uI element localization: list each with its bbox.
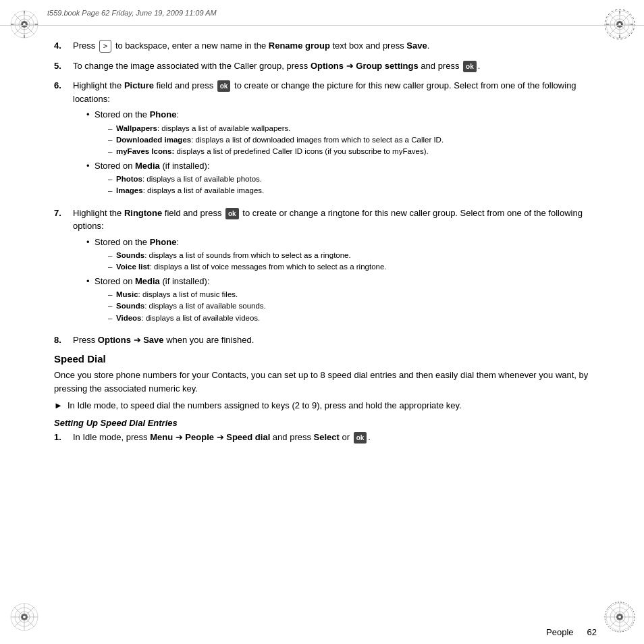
item-content-6: Highlight the Picture field and press ok… <box>73 79 590 199</box>
dash-list-media-6: Photos: displays a list of available pho… <box>108 173 590 197</box>
footer-label: People <box>546 627 573 637</box>
item-content-5: To change the image associated with the … <box>73 59 590 73</box>
ok-button-sub1: ok <box>354 432 367 444</box>
header-bar: t559.book Page 62 Friday, June 19, 2009 … <box>0 0 644 26</box>
ok-button-7: ok <box>225 208 239 219</box>
item-number-5: 5. <box>54 59 73 73</box>
crosshair-bl <box>19 612 30 625</box>
svg-point-49 <box>618 616 621 618</box>
note-text: In Idle mode, to speed dial the numbers … <box>68 399 462 412</box>
dash-list-phone-6: Wallpapers: displays a list of available… <box>108 123 590 158</box>
dash-list-media-7: Music: displays a list of music files. S… <box>108 289 590 324</box>
footer-page-info: People 62 <box>546 627 597 637</box>
list-item-8: 8. Press Options ➔ Save when you are fin… <box>54 333 590 347</box>
item-number-4: 4. <box>54 39 73 53</box>
dash-list-phone-7: Sounds: displays a list of sounds from w… <box>108 250 590 273</box>
bullet-item-media-6: Stored on Media (if installed): Photos: … <box>86 159 590 197</box>
speed-dial-para: Once you store phone numbers for your Co… <box>54 369 590 395</box>
footer-page-number: 62 <box>587 627 597 637</box>
header-text: t559.book Page 62 Friday, June 19, 2009 … <box>47 9 217 17</box>
item-number-7: 7. <box>54 207 73 327</box>
sub-item-number-1: 1. <box>54 431 73 444</box>
ok-button-5: ok <box>463 61 477 72</box>
list-item-5: 5. To change the image associated with t… <box>54 59 590 73</box>
dash-videos: Videos: displays a list of available vid… <box>108 313 590 324</box>
item-content-4: Press > to backspace, enter a new name i… <box>73 39 590 53</box>
ok-button-6: ok <box>217 80 231 92</box>
dash-sounds-media: Sounds: displays a list of available sou… <box>108 300 590 312</box>
dash-downloaded: Downloaded images: displays a list of do… <box>108 134 590 146</box>
item-number-8: 8. <box>54 333 73 347</box>
sub-item-content-1: In Idle mode, press Menu ➔ People ➔ Spee… <box>73 431 590 444</box>
svg-point-47 <box>23 616 26 618</box>
speed-dial-heading: Speed Dial <box>54 353 590 365</box>
bullet-list-7: Stored on the Phone: Sounds: displays a … <box>86 236 590 324</box>
dash-music: Music: displays a list of music files. <box>108 289 590 300</box>
bullet-item-phone-6: Stored on the Phone: Wallpapers: display… <box>86 108 590 157</box>
bullet-item-phone-7: Stored on the Phone: Sounds: displays a … <box>86 236 590 273</box>
bullet-list-6: Stored on the Phone: Wallpapers: display… <box>86 108 590 196</box>
footer: People 62 <box>0 627 644 637</box>
list-item-6: 6. Highlight the Picture field and press… <box>54 79 590 199</box>
back-button-icon: > <box>99 40 111 53</box>
dash-photos: Photos: displays a list of available pho… <box>108 173 590 185</box>
dash-myfaves: myFaves Icons: displays a list of predef… <box>108 146 590 157</box>
sub-list-item-1: 1. In Idle mode, press Menu ➔ People ➔ S… <box>54 431 590 444</box>
dash-images: Images: displays a list of available ima… <box>108 185 590 196</box>
note-arrow-icon: ► <box>54 399 68 412</box>
item-content-7: Highlight the Ringtone field and press o… <box>73 207 590 327</box>
list-item-7: 7. Highlight the Ringtone field and pres… <box>54 207 590 327</box>
bullet-item-media-7: Stored on Media (if installed): Music: d… <box>86 275 590 324</box>
dash-wallpapers: Wallpapers: displays a list of available… <box>108 123 590 134</box>
note-item: ► In Idle mode, to speed dial the number… <box>54 399 590 412</box>
subsection-heading: Setting Up Speed Dial Entries <box>54 418 590 428</box>
main-content: 4. Press > to backspace, enter a new nam… <box>47 26 597 610</box>
item-number-6: 6. <box>54 79 73 199</box>
item-content-8: Press Options ➔ Save when you are finish… <box>73 333 590 347</box>
dash-voicelist: Voice list: displays a list of voice mes… <box>108 261 590 273</box>
list-item-4: 4. Press > to backspace, enter a new nam… <box>54 39 590 53</box>
dash-sounds-phone: Sounds: displays a list of sounds from w… <box>108 250 590 261</box>
crosshair-br <box>614 612 625 625</box>
